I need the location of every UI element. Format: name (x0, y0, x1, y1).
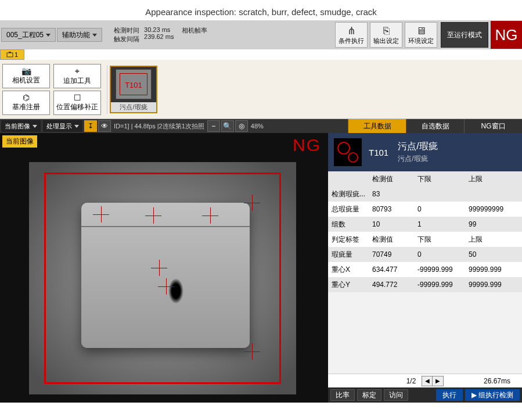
thumb-tab-1[interactable]: 1 (0, 49, 24, 60)
thumb-tab-row: 1 (0, 49, 522, 60)
data-header-title: 污点/瑕疵 (398, 141, 437, 153)
camera-settings-label: 相机设置 (12, 76, 40, 85)
pager-time: 26.67ms (484, 377, 510, 385)
bottom-bar: 比率 标定 访问 执行 ▶ 组执行检测 (328, 387, 522, 403)
crosshair-icon: ⌖ (75, 66, 80, 76)
col-detect-value: 检测值 (369, 174, 414, 184)
page-prev-button[interactable]: ◀ (422, 376, 433, 386)
data-table: 检测值 下限 上限 检测瑕疵...83总瑕疵量807930999999999组数… (328, 171, 522, 374)
tab-ng-window[interactable]: NG窗口 (464, 119, 522, 133)
detect-time-label: 检测时间 (114, 26, 139, 35)
page-title: Appearance inspection: scratch, burr, de… (0, 0, 522, 20)
col-lower: 下限 (414, 174, 465, 184)
tab-tool-data[interactable]: 工具数据 (348, 119, 406, 133)
col-upper: 上限 (465, 174, 516, 184)
table-cell: 1 (414, 220, 465, 228)
table-row[interactable]: 组数10199 (328, 217, 522, 232)
tool-thumbnail[interactable]: T101 污点/瑕疵 (110, 66, 157, 113)
camera-tab-icon (6, 52, 13, 58)
data-header-id: T101 (369, 148, 388, 157)
base-register-button[interactable]: ⌬基准注册 (2, 91, 50, 115)
table-row[interactable]: 检测瑕疵...83 (328, 186, 522, 202)
fit-button[interactable]: ◎ (235, 120, 248, 132)
cross-marker-icon (158, 278, 174, 295)
table-cell: 50 (465, 250, 516, 259)
table-row[interactable]: 总瑕疵量807930999999999 (328, 202, 522, 217)
page-next-button[interactable]: ▶ (433, 376, 443, 386)
table-cell: 上限 (465, 235, 516, 245)
env-settings-button[interactable]: 🖥环境设定 (405, 22, 437, 48)
execute-button[interactable]: 执行 (436, 389, 463, 401)
process-display-dropdown[interactable]: 处理显示 (43, 120, 82, 132)
run-mode-button[interactable]: 至运行模式 (441, 22, 488, 48)
thumb-tab-1-label: 1 (15, 51, 18, 58)
project-dropdown-label: 005_工程05 (6, 30, 44, 40)
table-row[interactable]: 判定标签检测值下限上限 (328, 232, 522, 247)
zoom-in-button[interactable]: 🔍 (221, 120, 234, 132)
table-cell: 80793 (369, 205, 414, 213)
table-cell: -99999.999 (414, 281, 465, 289)
detect-time-value: 30.23 ms (144, 26, 174, 33)
condition-exec-button[interactable]: ⋔条件执行 (335, 22, 368, 48)
output-settings-button[interactable]: ⎘输出设定 (370, 22, 402, 48)
position-offset-label: 位置偏移补正 (56, 102, 98, 112)
table-cell: 重心Y (328, 280, 369, 290)
table-cell: -99999.999 (414, 265, 465, 274)
group-execute-button[interactable]: ▶ 组执行检测 (465, 389, 520, 401)
project-dropdown[interactable]: 005_工程05 (1, 28, 56, 42)
table-row[interactable]: 瑕疵量70749050 (328, 247, 522, 262)
status-info-text: ID=1] | 44.8fps |2连续第1次拍照 (111, 122, 207, 131)
table-row[interactable]: 重心Y494.772-99999.99999999.999 (328, 277, 522, 292)
table-cell: 组数 (328, 220, 369, 229)
table-cell: 83 (369, 190, 414, 198)
calibrate-button[interactable]: 标定 (357, 389, 381, 401)
chevron-down-icon (46, 34, 51, 37)
tab-custom-data[interactable]: 自选数据 (406, 119, 464, 133)
process-display-label: 处理显示 (46, 122, 72, 131)
trigger-interval-value: 239.62 ms (144, 33, 174, 40)
play-icon: ▶ (471, 391, 477, 399)
access-button[interactable]: 访问 (384, 389, 408, 401)
aux-dropdown[interactable]: 辅助功能 (57, 28, 102, 42)
toolbar-separator (107, 65, 107, 114)
thumbnail-label: 污点/瑕疵 (111, 102, 156, 112)
env-settings-label: 环境设定 (408, 37, 434, 45)
table-cell: 0 (414, 205, 465, 213)
position-offset-button[interactable]: ☐位置偏移补正 (53, 91, 101, 115)
camera-view[interactable] (29, 162, 296, 394)
view-toggle-button[interactable]: 👁 (98, 120, 111, 132)
cross-marker-icon (93, 206, 109, 222)
register-icon: ⌬ (23, 93, 30, 102)
chevron-down-icon (33, 125, 37, 128)
table-cell: 494.772 (369, 281, 414, 289)
chevron-down-icon (74, 125, 79, 128)
table-cell: 634.477 (369, 265, 414, 274)
ratio-button[interactable]: 比率 (330, 389, 355, 401)
table-cell: 0 (414, 250, 465, 259)
current-image-label: 当前图像 (5, 122, 30, 131)
export-icon: ⎘ (383, 25, 390, 37)
add-tool-button[interactable]: ⌖追加工具 (53, 64, 101, 88)
table-cell: 70749 (369, 250, 414, 259)
import-button[interactable]: ↧ (84, 120, 97, 132)
svg-rect-0 (7, 53, 13, 57)
camera-settings-button[interactable]: 📷相机设置 (2, 64, 50, 88)
ng-overlay: NG (293, 135, 321, 155)
fork-icon: ⋔ (347, 25, 356, 37)
image-tag: 当前图像 (2, 135, 37, 148)
table-cell: 检测值 (369, 235, 414, 245)
monitor-icon: 🖥 (416, 25, 426, 37)
thumbnail-id: T101 (125, 81, 142, 89)
top-bar: 005_工程05 辅助功能 检测时间 触发间隔 30.23 ms 239.62 … (0, 20, 522, 49)
toolbar: 📷相机设置 ⌬基准注册 ⌖追加工具 ☐位置偏移补正 T101 污点/瑕疵 (0, 60, 522, 119)
zoom-out-button[interactable]: − (207, 120, 220, 132)
table-row[interactable]: 重心X634.477-99999.99999999.999 (328, 262, 522, 277)
image-panel: 当前图像 NG (0, 133, 328, 403)
base-register-label: 基准注册 (12, 102, 40, 112)
cross-marker-icon (145, 207, 161, 224)
table-cell: 99999.999 (465, 281, 516, 289)
camera-icon: 📷 (21, 66, 31, 76)
table-cell: 总瑕疵量 (328, 204, 369, 214)
current-image-dropdown[interactable]: 当前图像 (1, 120, 41, 132)
offset-icon: ☐ (74, 93, 81, 102)
